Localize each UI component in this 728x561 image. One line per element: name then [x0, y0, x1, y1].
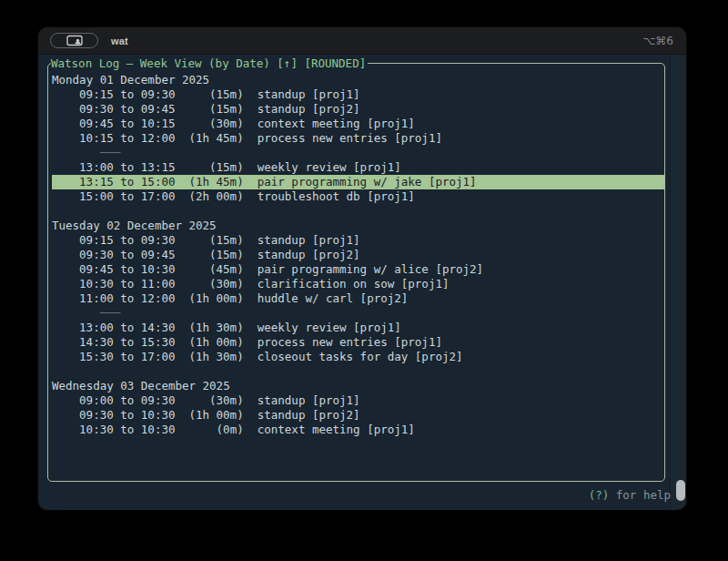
log-entry[interactable]: 09:15 to 09:30(15m)standup [proj1] [52, 233, 664, 248]
screen-share-icon [66, 35, 84, 46]
log-entry[interactable]: 09:30 to 09:45(15m)standup [proj2] [52, 102, 664, 117]
entry-time-range: 13:15 to 15:00 [79, 175, 175, 189]
entry-time-range: 09:30 to 10:30 [79, 408, 175, 423]
entry-description: pair programming w/ jake [proj1] [244, 175, 477, 189]
entry-indent [52, 350, 79, 364]
entry-indent [52, 189, 79, 204]
entry-time-range: 11:00 to 12:00 [79, 291, 175, 306]
entry-indent [52, 87, 79, 102]
entry-description: process new entries [proj1] [244, 335, 442, 350]
lunch-gap-separator: ─── [52, 146, 664, 160]
log-entry[interactable]: 09:30 to 09:45(15m)standup [proj2] [52, 248, 664, 262]
entry-time-range: 14:30 to 15:30 [79, 335, 175, 350]
help-hint: (?) for help [589, 488, 671, 503]
entry-duration: (1h 45m) [175, 175, 243, 189]
entry-indent [52, 117, 79, 131]
entry-description: huddle w/ carl [proj2] [244, 291, 409, 306]
entry-duration: (1h 00m) [175, 408, 243, 423]
log-entry[interactable]: 09:45 to 10:15(30m)context meeting [proj… [52, 117, 664, 131]
scrollbar-track[interactable] [670, 55, 686, 509]
scrollbar-thumb[interactable] [676, 480, 685, 501]
log-entry[interactable]: 10:30 to 10:30(0m)context meeting [proj1… [52, 423, 664, 437]
entry-time-range: 10:30 to 10:30 [79, 423, 175, 437]
entry-time-range: 13:00 to 14:30 [79, 321, 175, 335]
entry-indent [52, 423, 79, 437]
entry-indent [52, 393, 79, 408]
log-rows: Monday 01 December 202509:15 to 09:30(15… [48, 64, 664, 437]
entry-indent [52, 131, 79, 146]
panel-title: Watson Log – Week View (by Date) [↑] [RO… [51, 56, 368, 71]
desktop-background: { "window": { "tab_title": "wat", "short… [0, 0, 728, 561]
entry-duration: (1h 45m) [175, 131, 243, 146]
blank-row [52, 364, 664, 379]
entry-duration: (1h 00m) [175, 291, 243, 306]
log-entry[interactable]: 09:15 to 09:30(15m)standup [proj1] [52, 87, 664, 102]
entry-indent [52, 175, 79, 189]
entry-indent [52, 321, 79, 335]
entry-description: context meeting [proj1] [244, 117, 415, 131]
log-entry[interactable]: 14:30 to 15:30(1h 00m)process new entrie… [52, 335, 664, 350]
entry-description: standup [proj2] [244, 408, 360, 423]
entry-duration: (15m) [175, 87, 243, 102]
window-title: wat [111, 36, 128, 46]
entry-indent [52, 408, 79, 423]
entry-description: standup [proj1] [244, 87, 360, 102]
entry-duration: (15m) [175, 102, 243, 117]
entry-duration: (15m) [175, 160, 243, 175]
log-entry-selected[interactable]: 13:15 to 15:00(1h 45m)pair programming w… [52, 175, 664, 189]
entry-indent [52, 277, 79, 291]
entry-time-range: 13:00 to 13:15 [79, 160, 175, 175]
entry-time-range: 09:45 to 10:15 [79, 117, 175, 131]
entry-indent [52, 160, 79, 175]
entry-description: weekly review [proj1] [244, 321, 401, 335]
log-entry[interactable]: 09:45 to 10:30(45m)pair programming w/ a… [52, 262, 664, 277]
entry-description: standup [proj2] [244, 102, 360, 117]
log-entry[interactable]: 10:30 to 11:00(30m)clarification on sow … [52, 277, 664, 291]
entry-duration: (45m) [175, 262, 243, 277]
titlebar[interactable]: wat ⌥⌘6 [38, 27, 686, 55]
entry-description: standup [proj1] [244, 233, 360, 248]
entry-duration: (1h 00m) [175, 335, 243, 350]
log-entry[interactable]: 10:15 to 12:00(1h 45m)process new entrie… [52, 131, 664, 146]
help-label: for help [616, 488, 671, 502]
log-entry[interactable]: 09:30 to 10:30(1h 00m)standup [proj2] [52, 408, 664, 423]
entry-time-range: 09:30 to 09:45 [79, 102, 175, 117]
entry-description: weekly review [proj1] [244, 160, 401, 175]
entry-description: process new entries [proj1] [244, 131, 442, 146]
entry-description: standup [proj1] [244, 393, 360, 408]
log-entry[interactable]: 11:00 to 12:00(1h 00m)huddle w/ carl [pr… [52, 291, 664, 306]
day-date: Wednesday 03 December 2025 [52, 379, 230, 393]
entry-indent [52, 248, 79, 262]
log-entry[interactable]: 09:00 to 09:30(30m)standup [proj1] [52, 393, 664, 408]
lunch-gap-separator: ─── [52, 306, 664, 321]
entry-duration: (30m) [175, 117, 243, 131]
entry-time-range: 10:15 to 12:00 [79, 131, 175, 146]
day-date: Monday 01 December 2025 [52, 73, 209, 87]
help-key: (?) [589, 488, 610, 502]
day-header: Tuesday 02 December 2025 [52, 219, 664, 233]
separator-dashes: ─── [100, 146, 121, 160]
separator-dashes: ─── [100, 306, 121, 321]
log-entry[interactable]: 13:00 to 13:15(15m)weekly review [proj1] [52, 160, 664, 175]
entry-duration: (15m) [175, 233, 243, 248]
entry-time-range: 10:30 to 11:00 [79, 277, 175, 291]
entry-duration: (1h 30m) [175, 350, 243, 364]
entry-description: closeout tasks for day [proj2] [244, 350, 463, 364]
day-header: Wednesday 03 December 2025 [52, 379, 664, 393]
blank-row [52, 204, 664, 219]
log-entry[interactable]: 13:00 to 14:30(1h 30m)weekly review [pro… [52, 321, 664, 335]
day-date: Tuesday 02 December 2025 [52, 219, 217, 233]
log-entry[interactable]: 15:00 to 17:00(2h 00m)troubleshoot db [p… [52, 189, 664, 204]
day-header: Monday 01 December 2025 [52, 73, 664, 87]
entry-time-range: 15:30 to 17:00 [79, 350, 175, 364]
entry-description: standup [proj2] [244, 248, 360, 262]
terminal-tab[interactable] [50, 33, 98, 48]
entry-duration: (15m) [175, 248, 243, 262]
entry-description: clarification on sow [proj1] [244, 277, 450, 291]
entry-time-range: 09:45 to 10:30 [79, 262, 175, 277]
entry-description: context meeting [proj1] [244, 423, 415, 437]
entry-duration: (2h 00m) [175, 189, 243, 204]
entry-description: troubleshoot db [proj1] [244, 189, 415, 204]
log-entry[interactable]: 15:30 to 17:00(1h 30m)closeout tasks for… [52, 350, 664, 364]
entry-indent [52, 262, 79, 277]
